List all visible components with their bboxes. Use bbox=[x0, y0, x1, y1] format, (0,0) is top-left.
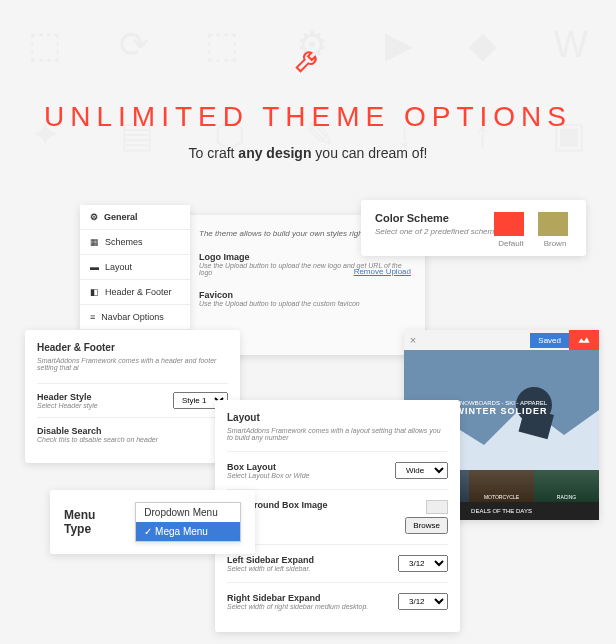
thumb-motorcycle[interactable]: MOTORCYCLE bbox=[469, 470, 534, 502]
right-sidebar-title: Right Sidebar Expand bbox=[227, 593, 368, 603]
box-layout-select[interactable]: Wide bbox=[395, 462, 448, 479]
hf-title: Header & Footer bbox=[37, 342, 228, 353]
menu-type-option-dropdown[interactable]: Dropdown Menu bbox=[136, 503, 240, 522]
layout-subtitle: SmartAddons Framework comes with a layou… bbox=[227, 427, 448, 441]
hero-title: SNOWBOARDS - SKI - APPAREL WINTER SOLIDE… bbox=[456, 400, 548, 416]
remove-upload-link[interactable]: Remove Upload bbox=[354, 267, 411, 276]
sidebar-item-navbar[interactable]: ≡Navbar Options bbox=[80, 305, 190, 330]
box-layout-sub: Select Layout Box or Wide bbox=[227, 472, 309, 479]
header-style-sub: Select Header style bbox=[37, 402, 98, 409]
menu-type-dropdown[interactable]: Dropdown Menu ✓ Mega Menu bbox=[135, 502, 241, 542]
menu-type-option-mega[interactable]: ✓ Mega Menu bbox=[136, 522, 240, 541]
favicon-title: Favicon bbox=[199, 290, 411, 300]
sidebar-item-header-footer[interactable]: ◧Header & Footer bbox=[80, 280, 190, 305]
header-footer-panel: Header & Footer SmartAddons Framework co… bbox=[25, 330, 240, 463]
color-swatch-default[interactable]: Default bbox=[494, 212, 528, 248]
bg-image-preview bbox=[426, 500, 448, 514]
close-icon[interactable]: × bbox=[404, 334, 422, 346]
sidebar-item-layout[interactable]: ▬Layout bbox=[80, 255, 190, 280]
menu-type-panel: Menu Type Dropdown Menu ✓ Mega Menu bbox=[50, 490, 255, 554]
box-layout-title: Box Layout bbox=[227, 462, 309, 472]
menu-type-label: Menu Type bbox=[64, 508, 123, 536]
browse-button[interactable]: Browse bbox=[405, 517, 448, 534]
left-sidebar-sub: Select width of left sidebar. bbox=[227, 565, 314, 572]
menu-icon: ≡ bbox=[90, 312, 95, 322]
page-subtitle: To craft any design you can dream of! bbox=[0, 145, 616, 161]
sidebar-item-schemes[interactable]: ▦Schemes bbox=[80, 230, 190, 255]
left-sidebar-title: Left Sidebar Expand bbox=[227, 555, 314, 565]
sidebar-tabs: ⚙General ▦Schemes ▬Layout ◧Header & Foot… bbox=[80, 205, 190, 330]
gear-icon: ⚙ bbox=[90, 212, 98, 222]
disable-search-sub: Check this to disable search on header bbox=[37, 436, 158, 443]
left-sidebar-select[interactable]: 3/12 bbox=[398, 555, 448, 572]
columns-icon: ◧ bbox=[90, 287, 99, 297]
disable-search-title: Disable Search bbox=[37, 426, 158, 436]
layout-title: Layout bbox=[227, 412, 448, 423]
hf-subtitle: SmartAddons Framework comes with a heade… bbox=[37, 357, 228, 371]
thumb-racing[interactable]: RACING bbox=[534, 470, 599, 502]
sidebar-item-general[interactable]: ⚙General bbox=[80, 205, 190, 230]
favicon-sub: Use the Upload button to upload the cust… bbox=[199, 300, 411, 307]
header-style-title: Header Style bbox=[37, 392, 98, 402]
grid-icon: ▦ bbox=[90, 237, 99, 247]
page-title: UNLIMITED THEME OPTIONS bbox=[0, 101, 616, 133]
brand-logo bbox=[569, 330, 599, 350]
right-sidebar-select[interactable]: 3/12 bbox=[398, 593, 448, 610]
right-sidebar-sub: Select width of right sidebar medium des… bbox=[227, 603, 368, 610]
color-scheme-panel: Color Scheme Select one of 2 predefined … bbox=[361, 200, 586, 256]
layout-icon: ▬ bbox=[90, 262, 99, 272]
color-swatch-brown[interactable]: Brown bbox=[538, 212, 572, 248]
wrench-icon bbox=[293, 45, 323, 83]
saved-button[interactable]: Saved bbox=[530, 333, 569, 348]
